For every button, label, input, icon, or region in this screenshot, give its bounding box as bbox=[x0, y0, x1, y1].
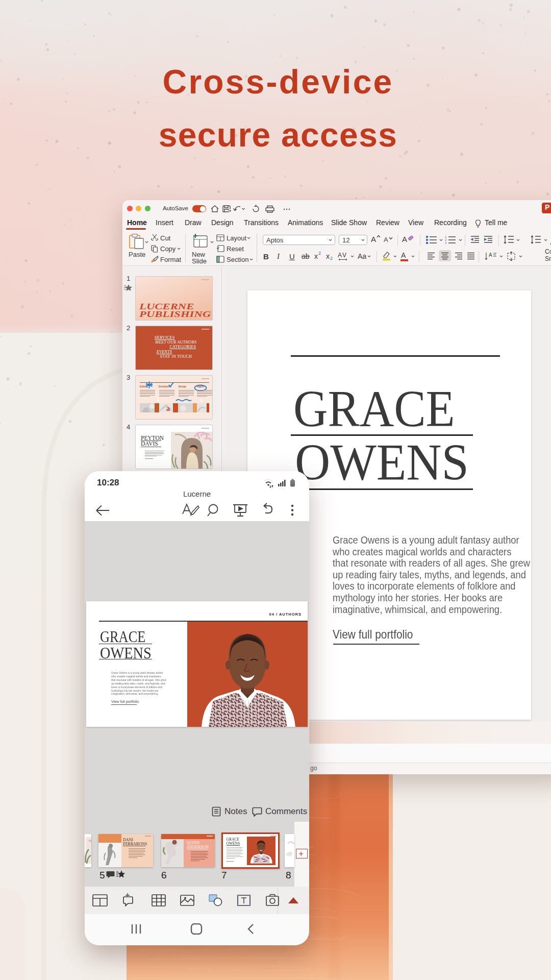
svg-text:a: a bbox=[166, 405, 170, 412]
svg-text:A: A bbox=[489, 252, 492, 258]
svg-text:V: V bbox=[342, 252, 346, 259]
svg-text:3: 3 bbox=[445, 241, 447, 244]
svg-text:A: A bbox=[338, 252, 342, 259]
